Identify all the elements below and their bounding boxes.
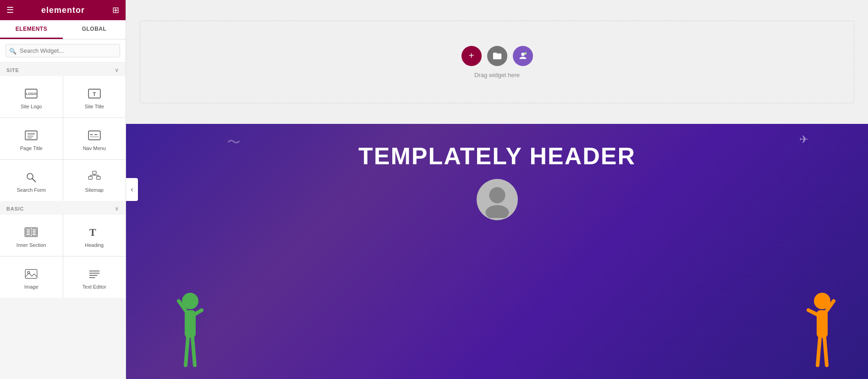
template-button[interactable] bbox=[513, 46, 533, 66]
image-icon bbox=[24, 267, 38, 281]
svg-line-14 bbox=[33, 178, 36, 182]
basic-section-chevron[interactable]: ∨ bbox=[115, 206, 119, 212]
sidebar: ☰ elementor ⊞ ELEMENTS GLOBAL 🔍 SITE ∨ L… bbox=[0, 0, 126, 379]
search-bar-container: 🔍 bbox=[0, 39, 126, 62]
main-content: ‹ + Drag widget here bbox=[126, 0, 868, 379]
widget-image[interactable]: Image bbox=[0, 256, 63, 298]
widget-inner-section[interactable]: Inner Section bbox=[0, 215, 63, 256]
svg-point-40 bbox=[489, 187, 505, 203]
site-widgets-grid: LOGO Site Logo T Site Title Page Title bbox=[0, 76, 126, 201]
sitemap-icon bbox=[87, 170, 102, 184]
folder-icon bbox=[492, 51, 502, 61]
svg-rect-15 bbox=[93, 171, 96, 174]
widget-sitemap[interactable]: Sitemap bbox=[63, 160, 126, 201]
sidebar-header: ☰ elementor ⊞ bbox=[0, 0, 126, 20]
svg-rect-32 bbox=[25, 269, 37, 278]
site-logo-label: Site Logo bbox=[21, 104, 42, 109]
widget-site-logo[interactable]: LOGO Site Logo bbox=[0, 76, 63, 117]
site-section-header: SITE ∨ bbox=[0, 62, 126, 76]
svg-text:LOGO: LOGO bbox=[26, 92, 37, 96]
add-widget-button[interactable]: + bbox=[461, 46, 482, 66]
site-section-chevron[interactable]: ∨ bbox=[115, 67, 119, 73]
hamburger-menu-icon[interactable]: ☰ bbox=[6, 5, 14, 15]
elementor-logo: elementor bbox=[41, 6, 85, 15]
preview-avatar bbox=[477, 179, 518, 220]
template-icon bbox=[518, 51, 528, 61]
image-label: Image bbox=[24, 284, 38, 290]
search-widget-input[interactable] bbox=[5, 44, 120, 57]
avatar-icon bbox=[479, 181, 516, 218]
widget-site-title[interactable]: T Site Title bbox=[63, 76, 126, 117]
svg-text:T: T bbox=[93, 91, 96, 97]
tab-global[interactable]: GLOBAL bbox=[63, 20, 126, 39]
tab-elements[interactable]: ELEMENTS bbox=[0, 20, 63, 39]
spiral-decoration: 〜 bbox=[227, 133, 241, 152]
svg-rect-17 bbox=[97, 176, 100, 179]
widget-search-form[interactable]: Search Form bbox=[0, 160, 63, 201]
page-title-icon bbox=[24, 128, 38, 143]
search-form-label: Search Form bbox=[16, 187, 46, 193]
sidebar-tabs: ELEMENTS GLOBAL bbox=[0, 20, 126, 39]
heading-icon: T bbox=[87, 225, 102, 240]
sidebar-toggle-arrow[interactable]: ‹ bbox=[126, 178, 138, 201]
paper-plane-decoration: ✈ bbox=[799, 133, 808, 146]
svg-rect-4 bbox=[25, 131, 37, 139]
svg-line-52 bbox=[818, 338, 820, 365]
drag-label: Drag widget here bbox=[474, 72, 520, 78]
search-form-icon bbox=[24, 170, 38, 184]
drag-zone: + Drag widget here bbox=[126, 0, 868, 124]
site-section-label: SITE bbox=[6, 67, 19, 73]
basic-section-header: BASIC ∨ bbox=[0, 201, 126, 215]
preview-area: 〜 ✈ TEMPLATELY HEADER bbox=[126, 124, 868, 379]
basic-section-label: BASIC bbox=[6, 206, 24, 212]
svg-rect-16 bbox=[88, 176, 92, 179]
widget-nav-menu[interactable]: Nav Menu bbox=[63, 118, 126, 159]
right-figure-decoration bbox=[804, 287, 841, 379]
widget-page-title[interactable]: Page Title bbox=[0, 118, 63, 159]
site-title-label: Site Title bbox=[85, 104, 104, 109]
text-editor-label: Text Editor bbox=[82, 284, 106, 290]
site-title-icon: T bbox=[87, 86, 102, 101]
basic-widgets-grid: Inner Section T Heading Image bbox=[0, 215, 126, 298]
svg-point-41 bbox=[485, 205, 509, 218]
svg-line-47 bbox=[192, 338, 195, 365]
folder-button[interactable] bbox=[487, 46, 507, 66]
widget-heading[interactable]: T Heading bbox=[63, 215, 126, 256]
search-icon: 🔍 bbox=[9, 47, 16, 54]
action-buttons-group: + bbox=[461, 46, 533, 66]
drag-drop-area: + Drag widget here bbox=[140, 21, 854, 103]
inner-section-icon bbox=[24, 225, 38, 240]
widget-text-editor[interactable]: Text Editor bbox=[63, 256, 126, 298]
nav-menu-label: Nav Menu bbox=[83, 145, 106, 151]
text-editor-icon bbox=[87, 267, 102, 281]
preview-title: TEMPLATELY HEADER bbox=[358, 142, 636, 170]
inner-section-label: Inner Section bbox=[16, 242, 46, 248]
svg-point-38 bbox=[521, 52, 524, 56]
svg-text:T: T bbox=[89, 227, 96, 238]
svg-line-53 bbox=[824, 338, 827, 365]
chevron-left-icon: ‹ bbox=[131, 185, 133, 194]
page-title-label: Page Title bbox=[20, 145, 43, 151]
nav-menu-icon bbox=[87, 128, 102, 143]
site-logo-icon: LOGO bbox=[24, 86, 38, 101]
svg-point-39 bbox=[524, 52, 527, 55]
heading-label: Heading bbox=[85, 242, 104, 248]
sitemap-label: Sitemap bbox=[85, 187, 104, 193]
apps-grid-icon[interactable]: ⊞ bbox=[112, 5, 119, 15]
left-figure-decoration bbox=[172, 287, 209, 379]
svg-line-46 bbox=[186, 338, 188, 365]
svg-rect-8 bbox=[88, 131, 100, 139]
